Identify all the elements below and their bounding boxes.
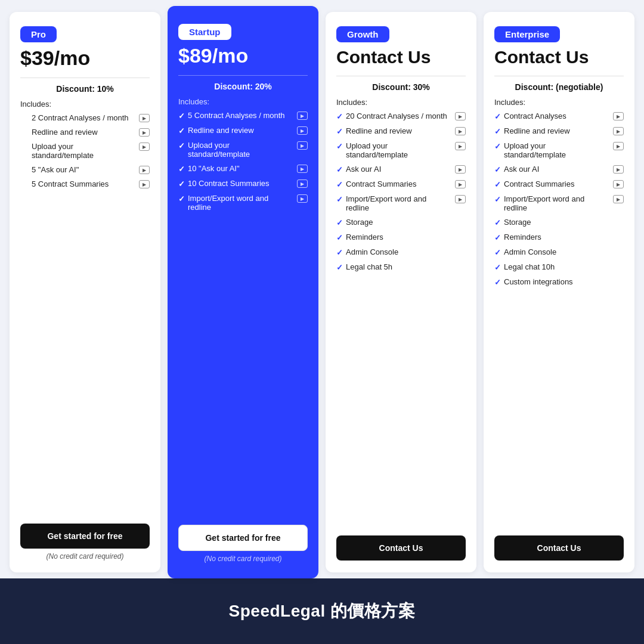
video-icon[interactable]: ▶ bbox=[139, 180, 150, 188]
list-item: ✓Admin Console bbox=[494, 247, 624, 257]
video-icon[interactable]: ▶ bbox=[139, 114, 150, 122]
video-icon[interactable]: ▶ bbox=[297, 112, 308, 120]
list-item: ✓Ask our AI▶ bbox=[336, 165, 466, 174]
feature-text: Upload your standard/template bbox=[504, 141, 608, 159]
startup-cta-button[interactable]: Get started for free bbox=[178, 525, 308, 551]
check-icon: ✓ bbox=[494, 127, 501, 136]
list-item: ✓Upload your standard/template▶ bbox=[494, 141, 624, 159]
feature-text: Redline and review bbox=[32, 128, 134, 137]
video-icon[interactable]: ▶ bbox=[455, 180, 466, 188]
feature-text: Ask our AI bbox=[346, 165, 450, 174]
feature-text: Admin Console bbox=[346, 247, 466, 256]
feature-text: Reminders bbox=[504, 233, 624, 242]
check-icon: ✓ bbox=[178, 141, 185, 150]
growth-includes-label: Includes: bbox=[336, 98, 466, 107]
video-icon[interactable]: ▶ bbox=[455, 127, 466, 135]
plan-card-growth: GrowthContact UsDiscount: 30%Includes:✓2… bbox=[326, 12, 476, 572]
video-icon[interactable]: ▶ bbox=[613, 112, 624, 120]
check-icon: ✓ bbox=[336, 165, 343, 174]
feature-text: Legal chat 10h bbox=[504, 262, 624, 271]
startup-includes-label: Includes: bbox=[178, 97, 308, 106]
growth-feature-list: ✓20 Contract Analyses / month▶✓Redline a… bbox=[336, 112, 466, 527]
feature-text: Ask our AI bbox=[504, 165, 608, 174]
list-item: ✓Import/Export word and redline▶ bbox=[494, 194, 624, 212]
check-icon: ✓ bbox=[494, 112, 501, 121]
pro-includes-label: Includes: bbox=[20, 100, 150, 109]
video-icon[interactable]: ▶ bbox=[455, 112, 466, 120]
list-item: ✓Redline and review▶ bbox=[178, 126, 308, 135]
list-item: ✓Admin Console bbox=[336, 247, 466, 257]
check-icon: ✓ bbox=[494, 248, 501, 257]
feature-text: Import/Export word and redline bbox=[504, 194, 608, 212]
startup-cta-note: (No credit card required) bbox=[178, 555, 308, 563]
list-item: ✓Contract Summaries▶ bbox=[336, 179, 466, 189]
feature-text: 20 Contract Analyses / month bbox=[346, 112, 450, 120]
growth-discount: Discount: 30% bbox=[336, 82, 466, 92]
list-item: ✓20 Contract Analyses / month▶ bbox=[336, 112, 466, 121]
video-icon[interactable]: ▶ bbox=[455, 195, 466, 203]
check-icon: ✓ bbox=[494, 195, 501, 204]
list-item: ✓10 Contract Summaries▶ bbox=[178, 179, 308, 188]
pricing-section: Pro$39/moDiscount: 10%Includes:2 Contrac… bbox=[0, 0, 644, 578]
growth-cta-button[interactable]: Contact Us bbox=[336, 535, 466, 561]
video-icon[interactable]: ▶ bbox=[613, 165, 624, 174]
video-icon[interactable]: ▶ bbox=[139, 128, 150, 137]
list-item: ✓Storage bbox=[336, 218, 466, 227]
feature-text: Reminders bbox=[346, 233, 466, 242]
enterprise-cta-button[interactable]: Contact Us bbox=[494, 535, 624, 561]
list-item: ✓Contract Summaries▶ bbox=[494, 179, 624, 189]
list-item: ✓Redline and review▶ bbox=[494, 126, 624, 136]
feature-text: Contract Summaries bbox=[346, 179, 450, 188]
startup-price: $89/mo bbox=[178, 45, 308, 67]
feature-text: Storage bbox=[504, 218, 624, 227]
list-item: ✓Reminders bbox=[336, 233, 466, 242]
video-icon[interactable]: ▶ bbox=[297, 179, 308, 188]
startup-discount: Discount: 20% bbox=[178, 82, 308, 91]
check-icon: ✓ bbox=[178, 165, 185, 174]
video-icon[interactable]: ▶ bbox=[455, 165, 466, 174]
video-icon[interactable]: ▶ bbox=[613, 195, 624, 203]
enterprise-includes-label: Includes: bbox=[494, 98, 624, 107]
video-icon[interactable]: ▶ bbox=[139, 166, 150, 174]
check-icon: ✓ bbox=[178, 194, 185, 203]
plan-card-startup: Startup$89/moDiscount: 20%Includes:✓5 Co… bbox=[168, 6, 318, 578]
video-icon[interactable]: ▶ bbox=[297, 126, 308, 135]
video-icon[interactable]: ▶ bbox=[139, 143, 150, 151]
video-icon[interactable]: ▶ bbox=[297, 165, 308, 173]
pro-badge: Pro bbox=[20, 26, 57, 42]
video-icon[interactable]: ▶ bbox=[613, 180, 624, 188]
list-item: ✓Import/Export word and redline▶ bbox=[178, 194, 308, 212]
plan-card-pro: Pro$39/moDiscount: 10%Includes:2 Contrac… bbox=[10, 12, 160, 572]
pro-divider bbox=[20, 78, 150, 78]
pro-cta-note: (No credit card required) bbox=[20, 552, 150, 561]
check-icon: ✓ bbox=[336, 233, 343, 242]
check-icon: ✓ bbox=[336, 195, 343, 204]
feature-text: Upload your standard/template bbox=[32, 142, 134, 160]
list-item: 5 Contract Summaries▶ bbox=[20, 179, 150, 188]
startup-badge: Startup bbox=[178, 24, 231, 40]
list-item: ✓Legal chat 10h bbox=[494, 262, 624, 272]
feature-text: Import/Export word and redline bbox=[346, 194, 450, 212]
video-icon[interactable]: ▶ bbox=[613, 142, 624, 150]
feature-text: 10 "Ask our AI" bbox=[188, 164, 292, 173]
pro-cta-button[interactable]: Get started for free bbox=[20, 524, 150, 549]
feature-text: Contract Summaries bbox=[504, 179, 608, 188]
footer-text: SpeedLegal 的價格方案 bbox=[229, 600, 416, 623]
check-icon: ✓ bbox=[178, 179, 185, 188]
video-icon[interactable]: ▶ bbox=[613, 127, 624, 135]
enterprise-contact-heading: Contact Us bbox=[494, 47, 624, 67]
check-icon: ✓ bbox=[336, 180, 343, 189]
check-icon: ✓ bbox=[336, 263, 343, 272]
check-icon: ✓ bbox=[494, 278, 501, 287]
video-icon[interactable]: ▶ bbox=[455, 142, 466, 150]
check-icon: ✓ bbox=[336, 127, 343, 136]
list-item: ✓10 "Ask our AI"▶ bbox=[178, 164, 308, 174]
feature-text: 5 Contract Analyses / month bbox=[188, 111, 292, 120]
feature-text: Upload your standard/template bbox=[346, 141, 450, 159]
list-item: ✓Reminders bbox=[494, 233, 624, 242]
check-icon: ✓ bbox=[178, 126, 185, 135]
video-icon[interactable]: ▶ bbox=[297, 194, 308, 203]
list-item: ✓Contract Analyses▶ bbox=[494, 112, 624, 121]
video-icon[interactable]: ▶ bbox=[297, 141, 308, 150]
pro-feature-list: 2 Contract Analyses / month▶Redline and … bbox=[20, 113, 150, 515]
